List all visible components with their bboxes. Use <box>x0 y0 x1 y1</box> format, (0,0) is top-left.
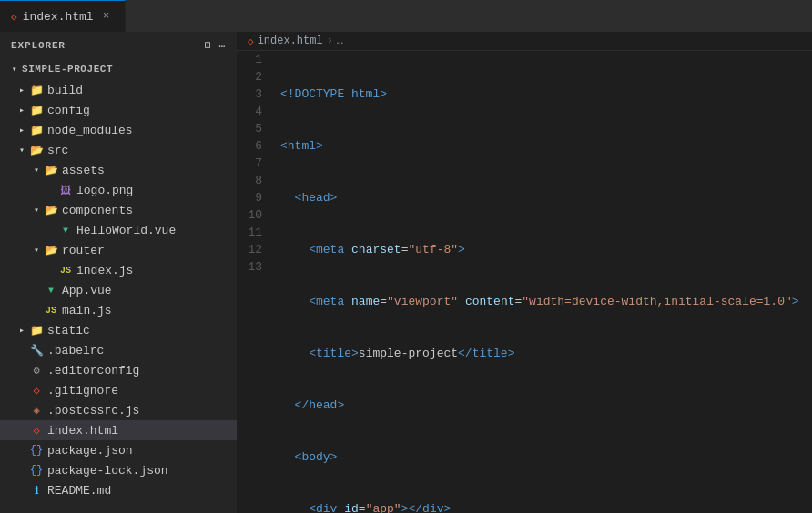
sidebar-item-node-modules-label: node_modules <box>47 124 133 137</box>
code-line-4: <meta charset="utf-8"> <box>280 241 812 258</box>
sidebar-title: Explorer <box>11 40 66 51</box>
sidebar-item-babelrc-label: .babelrc <box>47 344 104 357</box>
app-vue-icon: ▼ <box>44 283 58 297</box>
code-content[interactable]: <!DOCTYPE html> <html> <head> <meta char… <box>277 51 812 513</box>
sidebar-item-build-label: build <box>47 84 83 97</box>
sidebar-item-config-label: config <box>47 104 90 117</box>
code-line-3: <head> <box>280 189 812 206</box>
more-options-icon[interactable]: … <box>219 39 226 51</box>
editor-area: ◇ index.html › … 1 2 3 4 5 6 7 8 9 10 11… <box>237 32 812 513</box>
sidebar-item-build[interactable]: 📁 build <box>0 80 237 100</box>
tab-filename: index.html <box>23 10 94 24</box>
editor-content[interactable]: 1 2 3 4 5 6 7 8 9 10 11 12 13 <!DOCTYPE … <box>237 51 812 513</box>
sidebar-header: Explorer ⊞ … <box>0 32 237 58</box>
node-modules-folder-icon: 📁 <box>29 123 44 137</box>
gitignore-icon: ◇ <box>29 383 44 397</box>
sidebar-item-helloworld-vue[interactable]: ▼ HelloWorld.vue <box>0 220 237 240</box>
app-vue-spacer <box>29 283 44 297</box>
editorconfig-spacer <box>15 363 29 377</box>
index-html-spacer <box>15 423 29 438</box>
sidebar-item-helloworld-label: HelloWorld.vue <box>76 224 176 237</box>
main-js-icon: JS <box>44 303 58 317</box>
sidebar-item-app-vue-label: App.vue <box>62 284 112 297</box>
sidebar-item-src-label: src <box>47 144 68 157</box>
helloworld-vue-icon: ▼ <box>58 223 73 237</box>
sidebar-item-config[interactable]: 📁 config <box>0 100 237 120</box>
static-folder-icon: 📁 <box>29 323 44 337</box>
build-chevron <box>15 83 29 97</box>
sidebar-item-editorconfig-label: .editorconfig <box>47 364 139 377</box>
sidebar-item-logo-png[interactable]: 🖼 logo.png <box>0 180 237 200</box>
sidebar-item-static[interactable]: 📁 static <box>0 320 237 340</box>
breadcrumb-context: … <box>337 35 343 47</box>
sidebar-item-package-json[interactable]: {} package.json <box>0 440 237 460</box>
project-root[interactable]: SIMPLE-PROJECT <box>0 58 237 80</box>
sidebar-item-postcssrc[interactable]: ◈ .postcssrc.js <box>0 400 237 420</box>
sidebar-item-readme-label: README.md <box>47 484 111 498</box>
config-folder-icon: 📁 <box>29 103 44 117</box>
pkg-lock-spacer <box>15 463 29 478</box>
sidebar-item-readme[interactable]: ℹ README.md <box>0 480 237 500</box>
code-line-8: <body> <box>280 448 812 466</box>
postcssrc-spacer <box>15 403 29 417</box>
sidebar-item-router-label: router <box>62 244 105 257</box>
assets-chevron <box>29 163 44 177</box>
tab-close-button[interactable]: × <box>99 9 114 24</box>
sidebar-item-components[interactable]: 📂 components <box>0 200 237 220</box>
babelrc-spacer <box>15 343 29 357</box>
project-name: SIMPLE-PROJECT <box>22 64 113 75</box>
readme-spacer <box>15 483 29 498</box>
code-line-7: </head> <box>280 397 812 414</box>
sidebar-header-icons: ⊞ … <box>205 39 226 51</box>
main-js-spacer <box>29 303 44 317</box>
router-folder-icon: 📂 <box>44 243 58 257</box>
pkg-lock-json-icon: {} <box>29 463 44 478</box>
components-chevron <box>29 203 44 217</box>
sidebar-item-node-modules[interactable]: 📁 node_modules <box>0 120 237 140</box>
sidebar-item-logo-label: logo.png <box>76 184 133 197</box>
sidebar: Explorer ⊞ … SIMPLE-PROJECT 📁 build 📁 co… <box>0 32 237 513</box>
src-folder-icon: 📂 <box>29 143 44 157</box>
pkg-json-spacer <box>15 443 29 458</box>
sidebar-item-index-html[interactable]: ◇ index.html <box>0 420 237 440</box>
pkg-json-icon: {} <box>29 443 44 458</box>
config-chevron <box>15 103 29 117</box>
gitignore-spacer <box>15 383 29 397</box>
logo-spacer <box>44 183 58 197</box>
sidebar-item-editorconfig[interactable]: ⚙ .editorconfig <box>0 360 237 380</box>
sidebar-item-router-index-js[interactable]: JS index.js <box>0 260 237 280</box>
router-chevron <box>29 243 44 257</box>
sidebar-item-assets[interactable]: 📂 assets <box>0 160 237 180</box>
code-line-2: <html> <box>280 137 812 155</box>
breadcrumb: ◇ index.html › … <box>237 32 812 51</box>
components-folder-icon: 📂 <box>44 203 58 217</box>
code-line-5: <meta name="viewport" content="width=dev… <box>280 293 812 310</box>
sidebar-item-main-js[interactable]: JS main.js <box>0 300 237 320</box>
breadcrumb-sep: › <box>327 35 333 47</box>
index-html-icon: ◇ <box>29 423 44 438</box>
static-chevron <box>15 323 29 337</box>
breadcrumb-html-icon: ◇ <box>248 35 254 47</box>
sidebar-item-package-json-label: package.json <box>47 444 133 458</box>
sidebar-item-components-label: components <box>62 204 133 217</box>
sidebar-item-app-vue[interactable]: ▼ App.vue <box>0 280 237 300</box>
hw-spacer <box>44 223 58 237</box>
src-chevron <box>15 143 29 157</box>
sidebar-item-router[interactable]: 📂 router <box>0 240 237 260</box>
editorconfig-icon: ⚙ <box>29 363 44 377</box>
sidebar-item-postcssrc-label: .postcssrc.js <box>47 404 139 417</box>
build-folder-icon: 📁 <box>29 83 44 97</box>
main-layout: Explorer ⊞ … SIMPLE-PROJECT 📁 build 📁 co… <box>0 32 812 513</box>
sidebar-item-src[interactable]: 📂 src <box>0 140 237 160</box>
sidebar-item-babelrc[interactable]: 🔧 .babelrc <box>0 340 237 360</box>
sidebar-item-assets-label: assets <box>62 164 105 177</box>
tab-html-icon: ◇ <box>11 11 17 23</box>
sidebar-item-gitignore[interactable]: ◇ .gitignore <box>0 380 237 400</box>
new-file-icon[interactable]: ⊞ <box>205 39 212 51</box>
sidebar-item-package-lock-json[interactable]: {} package-lock.json <box>0 460 237 480</box>
router-index-js-icon: JS <box>58 263 73 277</box>
babelrc-icon: 🔧 <box>29 343 44 357</box>
tab-index-html[interactable]: ◇ index.html × <box>0 0 126 32</box>
breadcrumb-filename: index.html <box>258 35 323 47</box>
code-line-1: <!DOCTYPE html> <box>280 86 812 103</box>
